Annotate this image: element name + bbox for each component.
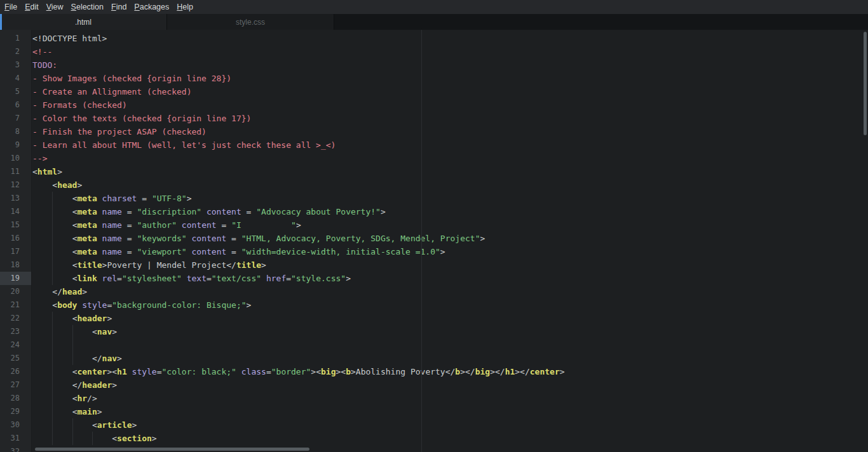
line-number[interactable]: 1	[0, 32, 31, 45]
indent-guide	[92, 432, 93, 445]
menu-file[interactable]: File	[1, 0, 21, 14]
menu-packages[interactable]: Packages	[130, 0, 173, 14]
code-line[interactable]: </header>	[32, 378, 868, 392]
code-line[interactable]: </nav>	[32, 352, 868, 365]
line-number[interactable]: 3	[0, 58, 31, 72]
line-number[interactable]: 15	[0, 218, 31, 232]
line-number[interactable]: 23	[0, 325, 31, 338]
line-number[interactable]: 19	[0, 272, 31, 285]
code-line[interactable]: </head>	[32, 285, 868, 298]
line-number[interactable]: 30	[0, 418, 31, 432]
code-line[interactable]: <!DOCTYPE html>	[32, 32, 868, 45]
code-line[interactable]: <link rel="stylesheet" text="text/css" h…	[32, 272, 868, 285]
line-number[interactable]: 13	[0, 192, 31, 205]
indent-guide	[52, 205, 53, 218]
code-line[interactable]: <section>	[32, 432, 868, 445]
code-line[interactable]: <center><h1 style="color: black;" class=…	[32, 365, 868, 378]
line-number[interactable]: 7	[0, 112, 31, 125]
tab-html[interactable]: .html	[0, 14, 167, 30]
menu-edit[interactable]: Edit	[21, 0, 43, 14]
tab-bar: .htmlstyle.css	[0, 14, 868, 30]
menu-help[interactable]: Help	[173, 0, 197, 14]
code-line[interactable]: <meta name = "viewport" content = "width…	[32, 245, 868, 258]
editor-pane[interactable]: <!DOCTYPE html><!--TODO:- Show Images (c…	[0, 30, 868, 452]
active-tab-indicator	[0, 14, 2, 30]
line-number[interactable]: 20	[0, 285, 31, 298]
code-line[interactable]: - Finish the project ASAP (checked)	[32, 125, 868, 138]
indent-guide	[52, 312, 53, 325]
code-line[interactable]: <hr/>	[32, 392, 868, 405]
indent-guide	[52, 432, 53, 445]
code-line[interactable]: <header>	[32, 312, 868, 325]
horizontal-scrollbar-thumb[interactable]	[35, 448, 309, 451]
code-line[interactable]: - Color the texts (checked {origin line …	[32, 112, 868, 125]
code-line[interactable]: <head>	[32, 178, 868, 192]
indent-guide	[52, 352, 53, 365]
indent-guide	[52, 338, 53, 352]
menu-selection[interactable]: Selection	[67, 0, 107, 14]
line-number[interactable]: 6	[0, 98, 31, 112]
indent-guide	[72, 338, 73, 352]
line-number[interactable]: 11	[0, 165, 31, 178]
code-line[interactable]: - Show Images (checked {origin line 28})	[32, 72, 868, 85]
indent-guide	[72, 418, 73, 432]
line-number[interactable]: 8	[0, 125, 31, 138]
indent-guide	[72, 352, 73, 365]
indent-guide	[52, 365, 53, 378]
code-line[interactable]: <meta name = "discription" content = "Ad…	[32, 205, 868, 218]
code-line[interactable]: <nav>	[32, 325, 868, 338]
code-line[interactable]: TODO:	[32, 58, 868, 72]
line-number[interactable]: 12	[0, 178, 31, 192]
code-line[interactable]: -->	[32, 152, 868, 165]
line-number[interactable]: 14	[0, 205, 31, 218]
code-line[interactable]: - Formats (checked)	[32, 98, 868, 112]
line-number[interactable]: 17	[0, 245, 31, 258]
code-line[interactable]: <title>Poverty | Mendel Project</title>	[32, 258, 868, 272]
tab-label: .html	[75, 18, 92, 27]
line-number[interactable]: 32	[0, 445, 31, 452]
indent-guide	[52, 272, 53, 285]
menu-bar: FileEditViewSelectionFindPackagesHelp	[0, 0, 868, 14]
menu-find[interactable]: Find	[107, 0, 130, 14]
line-number[interactable]: 27	[0, 378, 31, 392]
line-number[interactable]: 25	[0, 352, 31, 365]
code-line[interactable]: - Create an Allignment (checked)	[32, 85, 868, 98]
line-number[interactable]: 2	[0, 45, 31, 58]
line-number[interactable]: 16	[0, 232, 31, 245]
vertical-scrollbar-thumb[interactable]	[864, 32, 867, 135]
code-line[interactable]: <html>	[32, 165, 868, 178]
code-line[interactable]: <meta charset = "UTF-8">	[32, 192, 868, 205]
code-line[interactable]: <meta name = "keywords" content = "HTML,…	[32, 232, 868, 245]
line-number[interactable]: 18	[0, 258, 31, 272]
line-number[interactable]: 28	[0, 392, 31, 405]
line-number[interactable]: 26	[0, 365, 31, 378]
line-number[interactable]: 22	[0, 312, 31, 325]
indent-guide	[52, 405, 53, 418]
indent-guide	[52, 378, 53, 392]
wrap-guide-line	[421, 30, 422, 452]
indent-guide	[52, 232, 53, 245]
code-line[interactable]: <main>	[32, 405, 868, 418]
code-line[interactable]: <!--	[32, 45, 868, 58]
tab-style-css[interactable]: style.css	[167, 14, 334, 30]
menu-view[interactable]: View	[43, 0, 67, 14]
editor-window: FileEditViewSelectionFindPackagesHelp .h…	[0, 0, 868, 452]
code-line[interactable]	[32, 338, 868, 352]
line-number[interactable]: 4	[0, 72, 31, 85]
line-number[interactable]: 24	[0, 338, 31, 352]
line-number-gutter: 1234567891011121314151617181920212223242…	[0, 30, 32, 452]
line-number[interactable]: 21	[0, 298, 31, 312]
line-number[interactable]: 9	[0, 138, 31, 152]
line-number[interactable]: 10	[0, 152, 31, 165]
line-number[interactable]: 5	[0, 85, 31, 98]
code-area[interactable]: <!DOCTYPE html><!--TODO:- Show Images (c…	[32, 30, 868, 452]
code-line[interactable]: <body style="background-color: Bisque;">	[32, 298, 868, 312]
code-line[interactable]: - Learn all about HTML (well, let's just…	[32, 138, 868, 152]
line-number[interactable]: 29	[0, 405, 31, 418]
line-number[interactable]: 31	[0, 432, 31, 445]
code-line[interactable]: <meta name = "author" content = "I ">	[32, 218, 868, 232]
code-line[interactable]: <article>	[32, 418, 868, 432]
tab-label: style.css	[236, 18, 265, 27]
indent-guide	[52, 392, 53, 405]
indent-guide	[52, 258, 53, 272]
